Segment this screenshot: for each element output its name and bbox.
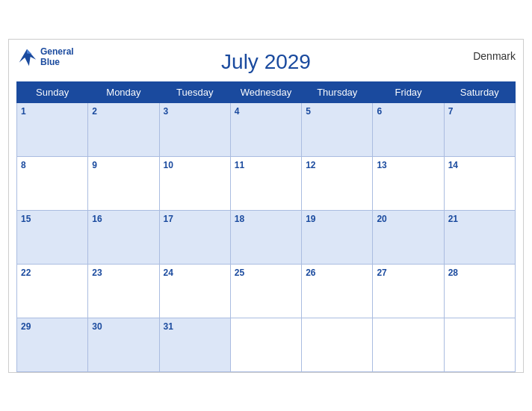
- day-number: 26: [306, 268, 315, 278]
- header-wednesday: Wednesday: [230, 81, 301, 102]
- day-number: 5: [306, 106, 311, 117]
- weekday-header-row: Sunday Monday Tuesday Wednesday Thursday…: [17, 81, 516, 102]
- calendar-day-cell: 20: [373, 210, 444, 264]
- calendar-day-cell: 31: [159, 318, 230, 371]
- day-number: 21: [448, 214, 458, 224]
- day-number: 13: [377, 160, 386, 170]
- day-number: 18: [235, 214, 244, 224]
- calendar-day-cell: 19: [302, 210, 373, 264]
- calendar-day-cell: 27: [373, 264, 444, 318]
- calendar-day-cell: 29: [17, 318, 88, 371]
- calendar-day-cell: 5: [302, 102, 373, 156]
- calendar-day-cell: [373, 318, 444, 371]
- header-thursday: Thursday: [302, 81, 373, 102]
- day-number: 29: [21, 321, 31, 332]
- calendar-day-cell: 8: [17, 156, 88, 210]
- svg-marker-1: [27, 49, 32, 54]
- calendar-header: General Blue July 2029 Denmark: [16, 47, 516, 77]
- calendar-day-cell: 28: [444, 264, 515, 318]
- day-number: 22: [21, 268, 31, 278]
- calendar-day-cell: 7: [444, 102, 515, 156]
- calendar-container: General Blue July 2029 Denmark Sunday Mo…: [8, 39, 524, 373]
- calendar-day-cell: 12: [302, 156, 373, 210]
- calendar-day-cell: 1: [17, 102, 88, 156]
- day-number: 17: [164, 214, 173, 224]
- day-number: 4: [235, 106, 240, 117]
- calendar-week-row: 15161718192021: [17, 210, 516, 264]
- calendar-week-row: 1234567: [17, 102, 516, 156]
- calendar-day-cell: 16: [88, 210, 159, 264]
- calendar-day-cell: 17: [159, 210, 230, 264]
- calendar-day-cell: 2: [88, 102, 159, 156]
- calendar-week-row: 891011121314: [17, 156, 516, 210]
- day-number: 28: [448, 268, 458, 278]
- day-number: 7: [448, 106, 454, 117]
- calendar-day-cell: 30: [88, 318, 159, 371]
- calendar-day-cell: 22: [17, 264, 88, 318]
- calendar-day-cell: 9: [88, 156, 159, 210]
- logo-line1: General: [40, 47, 74, 57]
- day-number: 25: [235, 268, 244, 278]
- day-number: 11: [235, 160, 244, 170]
- calendar-day-cell: 4: [230, 102, 301, 156]
- country-label: Denmark: [473, 50, 516, 62]
- calendar-body: 1234567891011121314151617181920212223242…: [17, 102, 516, 371]
- calendar-table: Sunday Monday Tuesday Wednesday Thursday…: [16, 81, 516, 372]
- day-number: 2: [92, 106, 97, 117]
- calendar-day-cell: [302, 318, 373, 371]
- day-number: 12: [306, 160, 315, 170]
- day-number: 16: [92, 214, 102, 224]
- day-number: 20: [377, 214, 386, 224]
- calendar-day-cell: 26: [302, 264, 373, 318]
- logo-text: General Blue: [40, 47, 74, 67]
- header-saturday: Saturday: [444, 81, 515, 102]
- calendar-day-cell: 24: [159, 264, 230, 318]
- calendar-day-cell: 11: [230, 156, 301, 210]
- calendar-day-cell: 3: [159, 102, 230, 156]
- calendar-day-cell: 23: [88, 264, 159, 318]
- day-number: 1: [21, 106, 26, 117]
- calendar-day-cell: [230, 318, 301, 371]
- header-sunday: Sunday: [17, 81, 88, 102]
- day-number: 31: [164, 321, 173, 332]
- calendar-day-cell: 6: [373, 102, 444, 156]
- day-number: 15: [21, 214, 31, 224]
- day-number: 24: [164, 268, 173, 278]
- calendar-week-row: 22232425262728: [17, 264, 516, 318]
- calendar-day-cell: 10: [159, 156, 230, 210]
- day-number: 23: [92, 268, 102, 278]
- day-number: 14: [448, 160, 458, 170]
- day-number: 6: [377, 106, 382, 117]
- logo-icon: [16, 47, 37, 68]
- logo-line2: Blue: [40, 58, 74, 67]
- logo-area: General Blue: [16, 47, 74, 68]
- day-number: 10: [164, 160, 173, 170]
- day-number: 8: [21, 160, 26, 170]
- month-title: July 2029: [221, 50, 311, 74]
- calendar-day-cell: 18: [230, 210, 301, 264]
- calendar-day-cell: 25: [230, 264, 301, 318]
- header-monday: Monday: [88, 81, 159, 102]
- calendar-day-cell: [444, 318, 515, 371]
- day-number: 19: [306, 214, 315, 224]
- calendar-day-cell: 13: [373, 156, 444, 210]
- header-tuesday: Tuesday: [159, 81, 230, 102]
- calendar-day-cell: 15: [17, 210, 88, 264]
- day-number: 3: [164, 106, 169, 117]
- header-friday: Friday: [373, 81, 444, 102]
- day-number: 27: [377, 268, 386, 278]
- calendar-day-cell: 14: [444, 156, 515, 210]
- day-number: 30: [92, 321, 102, 332]
- day-number: 9: [92, 160, 97, 170]
- calendar-day-cell: 21: [444, 210, 515, 264]
- calendar-week-row: 293031: [17, 318, 516, 371]
